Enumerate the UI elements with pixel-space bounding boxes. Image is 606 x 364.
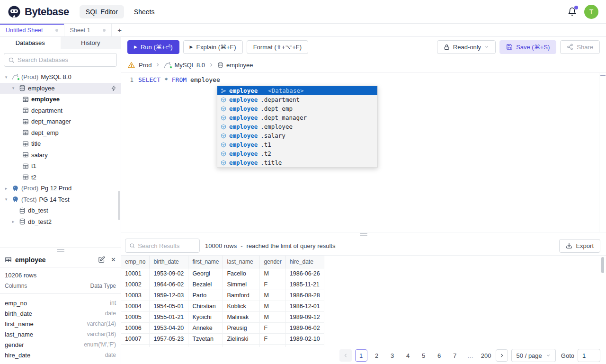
autocomplete-item-selected[interactable]: employee <Database> [217, 86, 377, 95]
column-header[interactable]: last_name [223, 256, 260, 268]
autocomplete-item[interactable]: employee.title [217, 158, 377, 167]
chevron-right-icon[interactable]: ▸ [10, 219, 17, 224]
autocomplete-item[interactable]: employee.t1 [217, 140, 377, 149]
column-header[interactable]: emp_no [121, 256, 150, 268]
autocomplete-item[interactable]: employee.dept_manager [217, 113, 377, 122]
table-row[interactable]: 100071957-05-23TzvetanZielinskiF1989-02-… [121, 333, 324, 344]
page-button-7[interactable]: 7 [449, 349, 461, 362]
breadcrumb-instance[interactable]: MySQL 8.0 [164, 62, 205, 69]
cell: Parto [188, 290, 223, 301]
goto-page-input[interactable] [578, 349, 600, 362]
table-row[interactable]: 100041954-05-01ChirstianKoblickM1986-12-… [121, 301, 324, 311]
results-search[interactable] [125, 239, 200, 253]
autocomplete-item[interactable]: employee.employee [217, 122, 377, 131]
tab-databases[interactable]: Databases [0, 37, 61, 49]
nav-sql-editor[interactable]: SQL Editor [80, 5, 124, 18]
export-button[interactable]: Export [559, 239, 600, 253]
table-row[interactable]: 100021964-06-02BezalelSimmelF1985-11-21 [121, 279, 324, 290]
chevron-down-icon[interactable]: ▾ [3, 197, 9, 202]
chevron-down-icon[interactable]: ▾ [10, 86, 17, 90]
read-only-dropdown[interactable]: Read-only [437, 40, 496, 54]
tab-untitled-sheet[interactable]: Untitled Sheet [0, 24, 64, 36]
cell: M [260, 344, 285, 347]
results-resize-handle[interactable] [121, 232, 606, 236]
tree-table-t1[interactable]: t1 [0, 160, 121, 172]
cell: 10005 [121, 311, 150, 322]
database-search[interactable] [4, 53, 117, 67]
tree-instance-pg14[interactable]: ▾ (Test) PG 14 Test [0, 194, 121, 205]
cell: 10001 [121, 268, 150, 279]
page-button-2[interactable]: 2 [371, 349, 383, 362]
search-databases-input[interactable] [18, 56, 113, 63]
page-button-1[interactable]: 1 [355, 349, 367, 362]
chevron-right-icon[interactable]: ▸ [3, 186, 9, 191]
search-results-input[interactable] [138, 242, 196, 249]
column-header[interactable]: gender [260, 256, 285, 268]
share-button[interactable]: Share [560, 40, 600, 54]
tree-database-employee[interactable]: ▾ employee [0, 83, 121, 94]
breadcrumb-database[interactable]: employee [217, 62, 253, 69]
notification-bell-button[interactable] [568, 7, 577, 16]
page-button-4[interactable]: 4 [402, 349, 414, 362]
bytebase-logo[interactable]: Bytebase [8, 5, 69, 18]
table-scrollbar[interactable] [601, 257, 604, 273]
autocomplete-item[interactable]: employee.salary [217, 131, 377, 140]
save-button[interactable]: Save (⌘+S) [499, 40, 556, 54]
sql-code-line[interactable]: SELECT*FROMemployee [138, 73, 224, 232]
autocomplete-item[interactable]: employee.dept_emp [217, 104, 377, 113]
tab-history[interactable]: History [61, 37, 121, 49]
column-header[interactable]: birth_date [150, 256, 188, 268]
tree-database-db-test2[interactable]: ▸ db_test2 [0, 216, 121, 228]
add-sheet-button[interactable]: + [112, 24, 128, 36]
cell: 10002 [121, 279, 150, 290]
column-header[interactable]: first_name [188, 256, 223, 268]
table-row[interactable]: 100011953-09-02GeorgiFacelloM1986-06-26 [121, 268, 324, 279]
page-button-200[interactable]: 200 [480, 349, 492, 362]
tab-sheet-1[interactable]: Sheet 1 [64, 24, 112, 36]
tree-instance-pg12[interactable]: ▸ (Prod) Pg 12 Prod [0, 183, 121, 194]
tree-table-title[interactable]: title [0, 138, 121, 150]
tree-instance-mysql[interactable]: ▾ (Prod) MySQL 8.0 [0, 71, 121, 83]
edit-icon[interactable] [98, 256, 105, 263]
page-size-select[interactable]: 50 / page [511, 349, 556, 362]
panel-resize-handle[interactable] [0, 248, 121, 252]
chevron-down-icon[interactable]: ▾ [3, 75, 9, 80]
tree-table-dept-manager[interactable]: dept_manager [0, 116, 121, 127]
tree-table-salary[interactable]: salary [0, 150, 121, 161]
autocomplete-item[interactable]: employee.department [217, 95, 377, 104]
explain-button[interactable]: ▶ Explain (⌘+E) [183, 40, 243, 54]
table-row[interactable]: 100061953-04-20AnnekePreusigF1989-06-02 [121, 322, 324, 333]
sql-editor[interactable]: 1 SELECT*FROMemployee employee <Database… [121, 73, 606, 232]
format-button[interactable]: Format (⇧+⌥+F) [247, 40, 308, 54]
chevron-right-icon [499, 353, 504, 358]
tree-table-employee[interactable]: employee [0, 94, 121, 105]
table-row[interactable]: 100051955-01-21KyoichiMaliniakM1989-09-1… [121, 311, 324, 322]
table-cube-icon [221, 142, 226, 148]
cell: F [260, 333, 285, 344]
connection-breadcrumb: Prod MySQL 8.0 employee [121, 57, 606, 73]
avatar[interactable]: T [584, 5, 598, 19]
table-row[interactable]: 100031959-12-03PartoBamfordM1986-08-28 [121, 290, 324, 301]
tree-database-db-test[interactable]: db_test [0, 205, 121, 216]
next-page-button[interactable] [496, 349, 508, 362]
table-row[interactable]: 100081958-02-19SanivaKalloufiM1994-09-15 [121, 344, 324, 347]
cell: 1989-06-02 [285, 322, 324, 333]
lightning-icon[interactable] [111, 85, 117, 91]
run-button[interactable]: ▶ Run (⌘+⏎) [127, 40, 179, 54]
tree-table-dept-emp[interactable]: dept_emp [0, 127, 121, 139]
page-button-6[interactable]: 6 [433, 349, 446, 362]
collapse-handle-icon[interactable] [600, 75, 606, 76]
tree-table-t2[interactable]: t2 [0, 172, 121, 183]
breadcrumb-environment[interactable]: Prod [139, 62, 152, 69]
tree-scrollbar[interactable] [118, 191, 120, 220]
cell: 1953-09-02 [150, 268, 188, 279]
autocomplete-item[interactable]: employee.t2 [217, 149, 377, 158]
column-header[interactable]: hire_date [285, 256, 324, 268]
prev-page-button[interactable] [339, 349, 352, 362]
close-icon[interactable]: ✕ [111, 256, 116, 263]
sidebar: Databases History ▾ (Prod) MySQL 8.0 ▾ [0, 37, 121, 364]
tree-table-department[interactable]: department [0, 105, 121, 116]
page-button-5[interactable]: 5 [418, 349, 430, 362]
nav-sheets[interactable]: Sheets [128, 5, 161, 18]
page-button-3[interactable]: 3 [386, 349, 399, 362]
